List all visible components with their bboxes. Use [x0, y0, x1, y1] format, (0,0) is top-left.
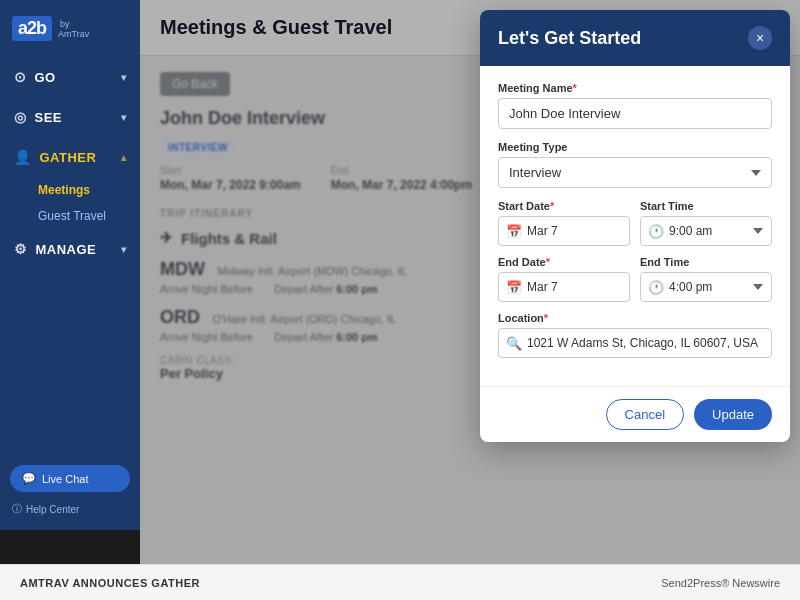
end-date-label: End Date*: [498, 256, 630, 268]
chat-icon: 💬: [22, 472, 36, 485]
footer-left: AMTRAV ANNOUNCES GATHER: [20, 577, 200, 589]
cancel-button[interactable]: Cancel: [606, 399, 684, 430]
start-time-label: Start Time: [640, 200, 772, 212]
modal: Let's Get Started × Meeting Name* Meetin…: [480, 10, 790, 442]
sidebar-subitem-meetings[interactable]: Meetings: [38, 177, 140, 203]
modal-header: Let's Get Started ×: [480, 10, 790, 66]
main-content: Meetings & Guest Travel Go Back John Doe…: [140, 0, 800, 564]
gather-icon: 👤: [14, 149, 32, 165]
footer-right: Send2Press® Newswire: [661, 577, 780, 589]
logo: a2b by AmTrav: [0, 0, 140, 57]
live-chat-button[interactable]: 💬 Live Chat: [10, 465, 130, 492]
start-date-group: Start Date* 📅: [498, 200, 630, 246]
gather-chevron: ▴: [121, 152, 127, 163]
meeting-type-group: Meeting Type Interview Conference Traini…: [498, 141, 772, 188]
gather-subnav: Meetings Guest Travel: [0, 177, 140, 229]
modal-title: Let's Get Started: [498, 28, 641, 49]
start-date-input[interactable]: [498, 216, 630, 246]
end-date-input-wrapper: 📅: [498, 272, 630, 302]
go-chevron: ▾: [121, 72, 127, 83]
meeting-type-label: Meeting Type: [498, 141, 772, 153]
start-date-time-row: Start Date* 📅 Start Time 🕐: [498, 200, 772, 246]
end-time-input-wrapper: 🕐 4:00 pm 5:00 pm 6:00 pm: [640, 272, 772, 302]
sidebar-item-gather-label: GATHER: [40, 150, 97, 165]
end-date-time-row: End Date* 📅 End Time 🕐: [498, 256, 772, 302]
sidebar-item-go-label: GO: [35, 70, 56, 85]
end-time-group: End Time 🕐 4:00 pm 5:00 pm 6:00 pm: [640, 256, 772, 302]
logo-by: by: [60, 19, 89, 29]
end-date-group: End Date* 📅: [498, 256, 630, 302]
sidebar-item-see[interactable]: ◎ SEE ▾: [0, 97, 140, 137]
start-time-select[interactable]: 9:00 am 10:00 am 11:00 am: [640, 216, 772, 246]
modal-body: Meeting Name* Meeting Type Interview Con…: [480, 66, 790, 386]
start-date-input-wrapper: 📅: [498, 216, 630, 246]
start-date-label: Start Date*: [498, 200, 630, 212]
sidebar-item-manage-label: MANAGE: [36, 242, 97, 257]
location-input[interactable]: [498, 328, 772, 358]
sidebar-bottom: 💬 Live Chat ⓘ Help Center: [0, 455, 140, 530]
meeting-name-label: Meeting Name*: [498, 82, 772, 94]
manage-chevron: ▾: [121, 244, 127, 255]
help-icon: ⓘ: [12, 502, 22, 516]
go-icon: ⊙: [14, 69, 27, 85]
logo-a2b: a2b: [12, 16, 52, 41]
help-center-button[interactable]: ⓘ Help Center: [10, 498, 130, 520]
sidebar-item-gather[interactable]: 👤 GATHER ▴: [0, 137, 140, 177]
end-date-input[interactable]: [498, 272, 630, 302]
meeting-type-select[interactable]: Interview Conference Training Other: [498, 157, 772, 188]
location-input-wrapper: 🔍: [498, 328, 772, 358]
sidebar: a2b by AmTrav ⊙ GO ▾ ◎ SEE ▾ 👤: [0, 0, 140, 530]
sidebar-item-go[interactable]: ⊙ GO ▾: [0, 57, 140, 97]
sidebar-subitem-guest-travel[interactable]: Guest Travel: [38, 203, 140, 229]
meeting-name-input[interactable]: [498, 98, 772, 129]
location-group: Location* 🔍: [498, 312, 772, 358]
update-button[interactable]: Update: [694, 399, 772, 430]
end-time-select[interactable]: 4:00 pm 5:00 pm 6:00 pm: [640, 272, 772, 302]
start-time-input-wrapper: 🕐 9:00 am 10:00 am 11:00 am: [640, 216, 772, 246]
sidebar-item-see-label: SEE: [35, 110, 63, 125]
modal-footer: Cancel Update: [480, 386, 790, 442]
manage-icon: ⚙: [14, 241, 28, 257]
end-time-label: End Time: [640, 256, 772, 268]
see-chevron: ▾: [121, 112, 127, 123]
see-icon: ◎: [14, 109, 27, 125]
sidebar-item-manage[interactable]: ⚙ MANAGE ▾: [0, 229, 140, 269]
meeting-name-group: Meeting Name*: [498, 82, 772, 129]
logo-amtrav: AmTrav: [58, 29, 89, 39]
start-time-group: Start Time 🕐 9:00 am 10:00 am 11:00 am: [640, 200, 772, 246]
footer-bar: AMTRAV ANNOUNCES GATHER Send2Press® News…: [0, 564, 800, 600]
location-field-label: Location*: [498, 312, 772, 324]
modal-close-button[interactable]: ×: [748, 26, 772, 50]
